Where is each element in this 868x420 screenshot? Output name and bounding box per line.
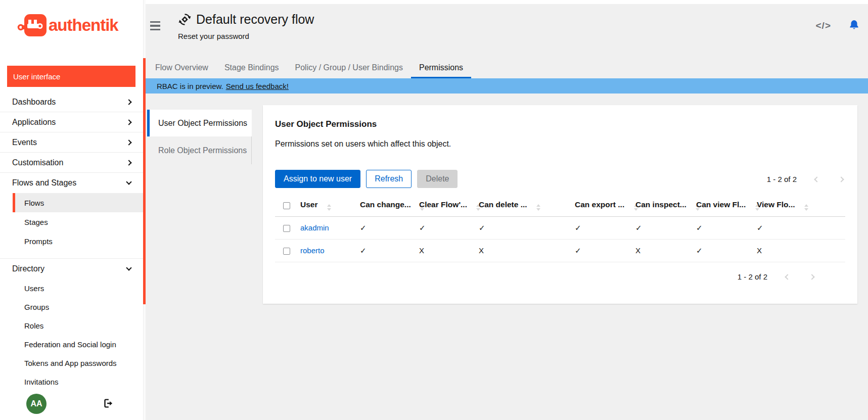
tab-bar: Flow Overview Stage Bindings Policy / Gr… xyxy=(147,57,471,78)
column-header-clear-flow[interactable]: Clear Flow'... xyxy=(415,195,475,216)
menu-icon xyxy=(150,29,160,30)
chevron-left-icon xyxy=(814,176,819,182)
header-actions: </> xyxy=(816,19,860,32)
sidebar-item-groups[interactable]: Groups xyxy=(0,298,143,316)
chevron-right-icon xyxy=(809,274,814,279)
sidebar-item-stages[interactable]: Stages xyxy=(0,212,143,231)
permission-value: X xyxy=(475,239,571,262)
permission-value: ✓ xyxy=(356,216,415,239)
column-header-user[interactable]: User xyxy=(296,195,356,216)
permission-value: ✓ xyxy=(692,216,753,239)
sidebar-item-dashboards[interactable]: Dashboards xyxy=(0,92,143,112)
feedback-link[interactable]: Send us feedback! xyxy=(226,82,289,90)
tab-permissions[interactable]: Permissions xyxy=(411,57,471,78)
menu-icon xyxy=(150,25,160,26)
pagination-label: 1 - 2 of 2 xyxy=(767,175,797,183)
tab-policy-group-user-bindings[interactable]: Policy / Group / User Bindings xyxy=(287,57,411,78)
sidebar-item-roles[interactable]: Roles xyxy=(0,316,143,335)
authentik-logo: authentik xyxy=(17,13,118,37)
sidebar-scrollbar-thumb[interactable] xyxy=(143,58,146,304)
chevron-left-icon xyxy=(785,274,790,279)
permission-value: ✓ xyxy=(571,216,631,239)
authentik-key-icon xyxy=(17,13,48,37)
user-link[interactable]: akadmin xyxy=(300,223,329,232)
permission-value: ✓ xyxy=(475,216,571,239)
sort-icon xyxy=(536,204,540,211)
sidebar-item-tokens[interactable]: Tokens and App passwords xyxy=(0,354,143,372)
page-header: Default recovery flow Reset your passwor… xyxy=(178,12,314,40)
tab-stage-bindings[interactable]: Stage Bindings xyxy=(216,57,287,78)
select-all-checkbox[interactable] xyxy=(283,202,290,209)
sidebar-item-prompts[interactable]: Prompts xyxy=(0,231,143,251)
permission-value: ✓ xyxy=(631,216,692,239)
sidebar-item-users[interactable]: Users xyxy=(0,279,143,298)
column-header-can-view[interactable]: Can view Fl... xyxy=(692,195,753,216)
sidebar-item-directory[interactable]: Directory xyxy=(0,259,143,279)
logout-button[interactable] xyxy=(102,398,113,410)
row-checkbox[interactable] xyxy=(283,225,290,232)
subtab-user-object-permissions[interactable]: User Object Permissions xyxy=(147,110,252,136)
permission-subtabs: User Object Permissions Role Object Perm… xyxy=(147,110,252,164)
sidebar-toggle-button[interactable] xyxy=(149,21,162,31)
delete-button[interactable]: Delete xyxy=(417,170,458,188)
subtab-role-object-permissions[interactable]: Role Object Permissions xyxy=(147,136,252,164)
notifications-button[interactable] xyxy=(848,19,860,32)
pagination-next-button[interactable] xyxy=(837,175,845,183)
sort-icon xyxy=(327,204,331,211)
sidebar-item-invitations[interactable]: Invitations xyxy=(0,372,143,391)
sidebar-item-events[interactable]: Events xyxy=(0,132,143,153)
chevron-down-icon xyxy=(126,265,131,270)
user-link[interactable]: roberto xyxy=(300,246,325,255)
assign-to-new-user-button[interactable]: Assign to new user xyxy=(275,170,360,188)
sign-out-icon xyxy=(102,398,113,409)
permission-value: ✓ xyxy=(415,216,475,239)
pagination-bottom: 1 - 2 of 2 xyxy=(738,272,816,281)
permission-value: X xyxy=(753,239,845,262)
rbac-preview-banner: RBAC is in preview. Send us feedback! xyxy=(146,78,868,94)
chevron-right-icon xyxy=(126,160,131,165)
column-header-can-delete[interactable]: Can delete ... xyxy=(475,195,571,216)
table-toolbar: Assign to new user Refresh Delete 1 - 2 … xyxy=(275,170,845,188)
sidebar-user-row: AA xyxy=(0,393,146,415)
code-icon: </> xyxy=(816,20,831,31)
column-header-view-flow[interactable]: View Flo... xyxy=(753,195,845,216)
card-heading: User Object Permissions xyxy=(275,119,845,129)
avatar[interactable]: AA xyxy=(26,394,47,414)
brand-name: authentik xyxy=(49,16,118,35)
pagination-prev-button[interactable] xyxy=(813,175,821,183)
permission-value: ✓ xyxy=(692,239,753,262)
card-description: Permissions set on users which affect th… xyxy=(275,139,845,149)
permission-value: ✓ xyxy=(753,216,845,239)
sort-icon xyxy=(804,204,808,211)
chevron-right-icon xyxy=(838,176,844,182)
pagination-prev-button[interactable] xyxy=(784,273,792,281)
permission-value: ✓ xyxy=(356,239,415,262)
chevron-right-icon xyxy=(126,99,131,105)
column-header-can-inspect[interactable]: Can inspect... xyxy=(631,195,692,216)
main-content: Default recovery flow Reset your passwor… xyxy=(146,0,868,420)
table-row: akadmin ✓ ✓ ✓ ✓ ✓ ✓ ✓ xyxy=(275,216,845,239)
sidebar-nav: Dashboards Applications Events Customisa… xyxy=(0,92,143,391)
chevron-right-icon xyxy=(126,119,131,125)
sidebar: authentik User interface Dashboards Appl… xyxy=(0,0,146,420)
api-browser-button[interactable]: </> xyxy=(816,20,831,31)
chevron-down-icon xyxy=(126,179,131,184)
sidebar-item-user-interface[interactable]: User interface xyxy=(7,66,135,87)
table-header-row: User Can change... Clear Flow'... Can de… xyxy=(275,195,845,216)
sidebar-item-applications[interactable]: Applications xyxy=(0,112,143,132)
permission-value: X xyxy=(415,239,475,262)
column-header-can-export[interactable]: Can export ... xyxy=(571,195,631,216)
refresh-button[interactable]: Refresh xyxy=(366,170,412,188)
top-strip xyxy=(146,0,868,4)
column-header-can-change[interactable]: Can change... xyxy=(356,195,415,216)
sidebar-item-customisation[interactable]: Customisation xyxy=(0,153,143,173)
row-checkbox[interactable] xyxy=(283,248,290,255)
pagination-next-button[interactable] xyxy=(808,273,816,281)
sidebar-item-flows[interactable]: Flows xyxy=(13,193,143,212)
menu-icon xyxy=(150,21,160,23)
sidebar-item-flows-and-stages[interactable]: Flows and Stages xyxy=(0,173,143,193)
permission-value: X xyxy=(631,239,692,262)
chevron-right-icon xyxy=(126,139,131,145)
tab-flow-overview[interactable]: Flow Overview xyxy=(147,57,216,78)
sidebar-item-federation[interactable]: Federation and Social login xyxy=(0,335,143,354)
